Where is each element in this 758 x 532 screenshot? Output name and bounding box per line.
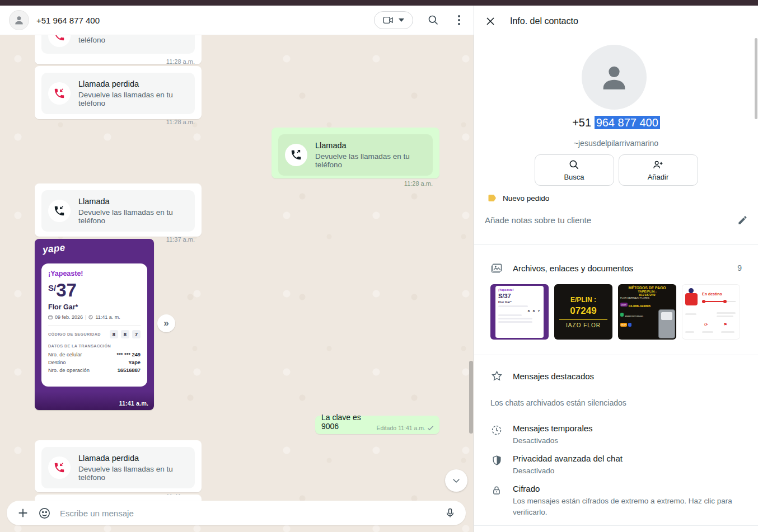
- close-panel-button[interactable]: [485, 16, 495, 26]
- yape-datetime: 09 feb. 2026 | 11:41 a. m.: [48, 314, 141, 326]
- thumb-text: 04-088-424806: [629, 304, 651, 308]
- person-add-icon: [652, 159, 664, 170]
- message-bubble-missed-call[interactable]: Llamada perdida Devuelve las llamadas en…: [35, 440, 202, 492]
- emoji-button[interactable]: [38, 507, 51, 520]
- message-bubble-text-outgoing[interactable]: La clave es 9006 Editado 11:41 a.m.: [315, 416, 439, 434]
- action-label: Añadir: [648, 173, 669, 181]
- call-title: Llamada perdida: [78, 79, 188, 88]
- thumb-text: Flor Gar*: [498, 300, 541, 304]
- message-bubble-missed-call[interactable]: Llamada perdida Devuelve las llamadas en…: [35, 66, 202, 119]
- setting-title: Privacidad avanzada del chat: [513, 454, 623, 463]
- chevron-down-icon: [451, 475, 461, 486]
- message-bubble-outgoing-call[interactable]: Llamada Devuelve las llamadas en tu telé…: [272, 128, 439, 178]
- notes-placeholder: Añade notas sobre tu cliente: [485, 215, 591, 225]
- thumb-text: 89833262249460: [625, 315, 643, 318]
- order-label-chip[interactable]: Nuevo pedido: [488, 194, 549, 203]
- thumb-text: BCP: [620, 323, 627, 327]
- contact-avatar-small[interactable]: [9, 10, 29, 30]
- setting-subtitle: Desactivados: [513, 435, 593, 446]
- media-thumbnails: ¡Yapeaste! S/37 Flor Gar* 8 8 7 E/PLIN :…: [490, 284, 740, 340]
- contact-username: ~jesusdelpilarrivamarino: [474, 139, 758, 148]
- sent-check-icon: [427, 425, 434, 431]
- menu-button[interactable]: [453, 13, 465, 27]
- message-time: 11:28 a.m.: [35, 117, 202, 129]
- timer-icon: [491, 425, 502, 436]
- calendar-icon: [48, 315, 53, 319]
- chat-message-list[interactable]: Devuelve las llamadas en tu teléfono 11:…: [0, 35, 474, 532]
- yape-amount: S/37: [48, 281, 141, 299]
- search-icon: [428, 15, 439, 26]
- message-image-yape-receipt[interactable]: yape ¡Yapeaste! S/37 Flor Gar* 09 feb. 2…: [35, 239, 154, 410]
- message-time: 11:41 a.m.: [398, 425, 425, 431]
- yape-logo: yape: [42, 242, 66, 256]
- message-time: 11:41 a.m.: [119, 400, 148, 407]
- media-section-title: Archivos, enlaces y documentos: [513, 263, 633, 273]
- media-count: 9: [737, 263, 742, 272]
- media-files-row[interactable]: Archivos, enlaces y documentos 9: [474, 258, 758, 277]
- divider: [474, 525, 758, 526]
- media-thumb-yape-receipt[interactable]: ¡Yapeaste! S/37 Flor Gar* 8 8 7: [490, 284, 549, 340]
- edited-label: Editado: [377, 425, 397, 431]
- message-bubble-incoming-call[interactable]: Llamada Devuelve las llamadas en tu telé…: [35, 183, 202, 237]
- message-bubble-call-partial[interactable]: Devuelve las llamadas en tu teléfono 11:…: [35, 35, 202, 64]
- call-subtitle: Devuelve las llamadas en tu teléfono: [78, 91, 188, 107]
- archived-muted-note: Los chats archivados están silenciados: [490, 398, 626, 407]
- phone-prefix: +51: [572, 116, 594, 129]
- contact-actions: Busca Añadir: [474, 154, 758, 186]
- encryption-row[interactable]: Cifrado Los mensajes están cifrados de e…: [474, 484, 758, 517]
- order-label-text: Nuevo pedido: [503, 194, 549, 203]
- setting-subtitle: Desactivado: [513, 465, 623, 477]
- media-thumb-metodos-pago[interactable]: MÉTODOS DE PAGO YAPE/PLIN : 917187249 FL…: [618, 284, 676, 340]
- yape-receipt-card: ¡Yapeaste! S/37 Flor Gar* 09 feb. 2026 |…: [41, 263, 147, 387]
- mic-icon: [444, 507, 456, 519]
- call-subtitle: Devuelve las llamadas en tu teléfono: [78, 208, 188, 225]
- call-title: Llamada perdida: [78, 454, 188, 463]
- client-notes-row[interactable]: Añade notas sobre tu cliente: [485, 215, 748, 225]
- attach-button[interactable]: [17, 507, 29, 519]
- message-text: La clave es 9006: [321, 413, 373, 431]
- person-icon: [13, 15, 25, 26]
- starred-messages-row[interactable]: Mensajes destacados: [474, 366, 758, 385]
- media-thumb-tracking[interactable]: En destino ⟳ ⚑: [682, 284, 740, 340]
- chat-header-actions: [374, 11, 465, 29]
- pos-terminal-graphic: [658, 309, 675, 338]
- whatsapp-window: +51 964 877 400: [0, 0, 758, 532]
- search-chat-button[interactable]: Busca: [535, 154, 614, 186]
- chevron-down-icon: [399, 18, 404, 22]
- message-input[interactable]: Escribe un mensaje: [60, 509, 436, 518]
- contact-info-header: Info. del contacto: [474, 6, 758, 37]
- advanced-privacy-row[interactable]: Privacidad avanzada del chat Desactivado: [474, 454, 758, 477]
- star-icon: [491, 370, 503, 382]
- setting-title: Mensajes temporales: [513, 423, 593, 433]
- video-camera-icon: [383, 16, 394, 25]
- search-icon: [569, 159, 579, 170]
- mic-button[interactable]: [444, 507, 456, 519]
- media-files-icon: [490, 262, 503, 274]
- contact-avatar-large[interactable]: [582, 45, 647, 110]
- forward-message-button[interactable]: »: [157, 314, 175, 332]
- add-contact-button[interactable]: Añadir: [619, 154, 698, 186]
- chat-scrollbar-thumb[interactable]: [469, 361, 473, 434]
- scroll-to-bottom-button[interactable]: [445, 469, 467, 492]
- disappearing-messages-row[interactable]: Mensajes temporales Desactivados: [474, 423, 758, 446]
- divider: [474, 244, 758, 245]
- thumb-text: S/37: [498, 293, 541, 299]
- call-title: Llamada: [78, 197, 188, 206]
- call-title: Llamada: [315, 141, 426, 150]
- thumb-text: IAZO FLOR: [566, 322, 601, 328]
- missed-call-icon: [53, 35, 65, 42]
- yape-tx-row: DestinoYape: [48, 360, 141, 365]
- setting-title: Cifrado: [513, 484, 732, 493]
- chat-contact-title[interactable]: +51 964 877 400: [36, 16, 100, 25]
- panel-scrollbar-thumb[interactable]: [755, 38, 757, 119]
- yape-security-code: CÓDIGO DE SEGURIDAD 887: [48, 330, 141, 338]
- pencil-icon[interactable]: [737, 215, 748, 225]
- media-thumb-plin[interactable]: E/PLIN : 07249 IAZO FLOR: [554, 284, 612, 340]
- label-tag-icon: [488, 194, 498, 203]
- contact-phone-number[interactable]: +51 964 877 400: [474, 116, 758, 129]
- thumb-text: En destino: [702, 292, 722, 296]
- search-button[interactable]: [428, 15, 439, 26]
- thumb-text: E/PLIN :: [570, 296, 596, 304]
- message-meta: Editado 11:41 a.m.: [377, 425, 434, 431]
- video-call-button[interactable]: [374, 11, 413, 29]
